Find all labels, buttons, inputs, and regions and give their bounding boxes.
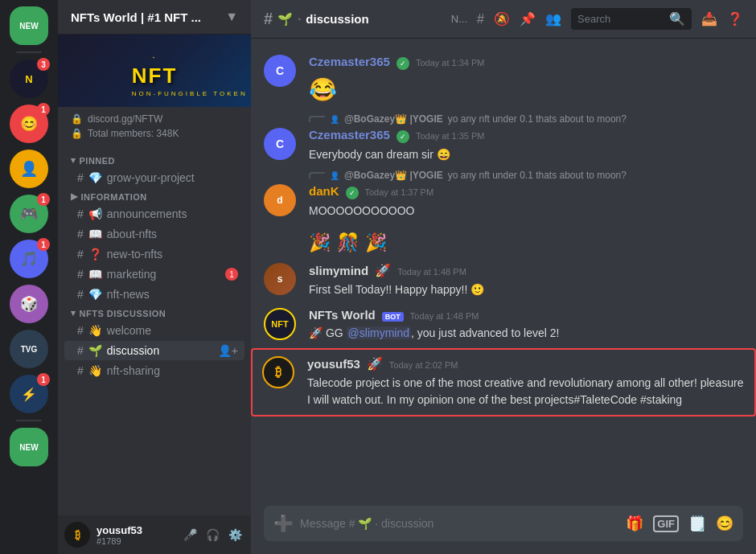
- main-content: # 🌱 · discussion N... # 🔕 📌 👥 🔍 📥 ❓ C: [251, 0, 756, 554]
- message-content: NFTs World BOT Today at 1:48 PM 🚀 GG @sl…: [309, 308, 743, 342]
- server-icon-new[interactable]: NEW: [10, 6, 48, 45]
- category-nfts-discussion[interactable]: ▾ NFTS DISCUSSION: [58, 305, 251, 320]
- message-group-bot: NFT NFTs World BOT Today at 1:48 PM 🚀 GG…: [251, 305, 756, 345]
- message-text: MOOOOOOOOOOO: [309, 203, 743, 220]
- message-timestamp: Today at 1:34 PM: [416, 58, 485, 68]
- avatar-nft-world: NFT: [264, 308, 296, 340]
- server-icon-blue[interactable]: 🎵 1: [10, 240, 48, 278]
- message-content: Czemaster365 ✓ Today at 1:35 PM Everybod…: [309, 128, 743, 163]
- search-input[interactable]: [577, 13, 664, 25]
- messages-container: C Czemaster365 ✓ Today at 1:34 PM 😂 👤 @B…: [251, 39, 756, 506]
- microphone-icon[interactable]: 🎤: [180, 525, 199, 544]
- reply-indicator: 👤 @BoGazey👑 |YOGIE yo any nft under 0.1 …: [251, 170, 756, 181]
- rocket-icon2: 🚀: [367, 356, 383, 371]
- hash-icon: #: [77, 228, 84, 240]
- category-label: PINNED: [80, 156, 116, 166]
- bell-slash-icon[interactable]: 🔕: [494, 11, 510, 27]
- message-text: 😂: [309, 73, 743, 107]
- channel-item-nft-sharing[interactable]: # 👋 nft-sharing: [64, 361, 244, 380]
- channel-item-new-to-nfts[interactable]: # ❓ new-to-nfts: [64, 244, 244, 264]
- message-timestamp: Today at 2:02 PM: [389, 360, 458, 370]
- header-icons: N... # 🔕 📌 👥 🔍 📥 ❓: [451, 8, 743, 30]
- plus-icon[interactable]: ➕: [273, 514, 294, 533]
- category-label: INFORMATION: [81, 192, 147, 202]
- server-icon-green[interactable]: 🎮 1: [10, 195, 48, 233]
- gif-icon[interactable]: GIF: [653, 515, 679, 532]
- hash-icon: #: [77, 288, 84, 301]
- channel-name-grow: grow-your-project: [107, 171, 238, 184]
- message-content: yousuf53 🚀 Today at 2:02 PM Talecode pro…: [307, 356, 745, 408]
- channel-name-marketing: marketing: [107, 268, 220, 281]
- tvg-text: TVG: [21, 345, 38, 354]
- notification-badge: 3: [37, 58, 50, 71]
- category-pinned[interactable]: ▾ PINNED: [58, 152, 251, 167]
- server-icon-purple[interactable]: 🎲: [10, 285, 48, 323]
- total-members: Total members: 348K: [88, 128, 179, 139]
- message-group: s slimymind 🚀 Today at 1:48 PM First Sel…: [251, 260, 756, 302]
- notification-badge: 1: [37, 103, 50, 116]
- message-header: NFTs World BOT Today at 1:48 PM: [309, 308, 743, 322]
- hash-icon: #: [77, 268, 84, 281]
- emoji-row: 🎉 🎊 🎉: [309, 232, 387, 253]
- user-panel: ₿ yousuf53 #1789 🎤 🎧 ⚙️: [58, 515, 251, 554]
- message-text: 🚀 GG @slimymind, you just advanced to le…: [309, 325, 743, 342]
- server-icon-dark[interactable]: ⚡ 1: [10, 375, 48, 413]
- server-icon-nft[interactable]: N 3: [10, 60, 48, 98]
- user-panel-icons: 🎤 🎧 ⚙️: [180, 525, 244, 544]
- settings-icon[interactable]: ⚙️: [225, 525, 244, 544]
- emoji-item: 🎉: [309, 232, 331, 253]
- server-icon-new-bottom[interactable]: NEW: [10, 428, 48, 466]
- channel-name-about-nfts: about-nfts: [107, 228, 238, 240]
- server-icon-tvg[interactable]: TVG: [10, 330, 48, 368]
- notification-badge: 1: [37, 193, 50, 206]
- message-author: Czemaster365: [309, 55, 390, 68]
- sticker-icon[interactable]: 🗒️: [688, 515, 706, 532]
- search-box[interactable]: 🔍: [571, 8, 692, 30]
- server-icon-red[interactable]: 😊 1: [10, 105, 48, 143]
- message-timestamp: Today at 1:48 PM: [397, 267, 466, 277]
- category-arrow: ▾: [71, 155, 76, 166]
- hash-header-icon[interactable]: #: [477, 12, 484, 27]
- server-header[interactable]: NFTs World | #1 NFT ... ▼: [58, 0, 251, 35]
- gift-icon[interactable]: 🎁: [626, 515, 643, 532]
- user-discriminator: #1789: [97, 536, 174, 546]
- channel-item-marketing[interactable]: # 📖 marketing 1: [64, 265, 244, 284]
- avatar: s: [264, 263, 296, 295]
- bot-badge: BOT: [382, 312, 404, 322]
- search-icon: 🔍: [669, 11, 685, 27]
- channel-item-discussion[interactable]: # 🌱 discussion 👤+: [64, 341, 244, 360]
- channel-item-nft-news[interactable]: # 💎 nft-news: [64, 285, 244, 304]
- emoji-icon[interactable]: 😊: [716, 515, 733, 532]
- avatar-yousuf: ₿: [262, 356, 294, 388]
- headphones-icon[interactable]: 🎧: [203, 525, 222, 544]
- help-icon[interactable]: ❓: [727, 11, 743, 27]
- members-icon-header[interactable]: 👥: [545, 11, 561, 27]
- message-header: slimymind 🚀 Today at 1:48 PM: [309, 263, 743, 278]
- server-icon-orange[interactable]: 👤: [10, 150, 48, 188]
- channel-name-discussion: discussion: [107, 344, 213, 357]
- server-name: NFTs World | #1 NFT ...: [71, 10, 201, 24]
- dropdown-icon: ▼: [225, 10, 238, 24]
- channel-name-welcome: welcome: [107, 324, 238, 337]
- channel-item-grow[interactable]: # 💎 grow-your-project: [64, 168, 244, 187]
- members-icon: 🔒: [71, 128, 83, 139]
- chat-input[interactable]: [300, 517, 619, 530]
- notification-badge: 1: [37, 373, 50, 386]
- category-information[interactable]: ▶ INFORMATION: [58, 188, 251, 203]
- hash-icon: #: [77, 324, 84, 337]
- inbox-icon[interactable]: 📥: [701, 11, 717, 27]
- channel-name-nft-news: nft-news: [107, 288, 238, 301]
- category-label-discussion: NFTS DISCUSSION: [80, 309, 166, 318]
- marketing-badge: 1: [225, 268, 238, 281]
- new-badge-label: NEW: [16, 20, 41, 32]
- channel-item-welcome[interactable]: # 👋 welcome: [64, 321, 244, 340]
- message-author: Czemaster365: [309, 128, 390, 142]
- channel-item-about-nfts[interactable]: # 📖 about-nfts: [64, 224, 244, 244]
- user-info: yousuf53 #1789: [97, 524, 174, 546]
- level-badge: ✓: [396, 57, 409, 70]
- channel-item-announcements[interactable]: # 📢 announcements: [64, 204, 244, 224]
- pin-icon[interactable]: 📌: [520, 11, 536, 27]
- chat-input-icons: 🎁 GIF 🗒️ 😊: [626, 515, 733, 532]
- message-header: Czemaster365 ✓ Today at 1:34 PM: [309, 55, 743, 70]
- add-member-icon[interactable]: 👤+: [218, 344, 238, 357]
